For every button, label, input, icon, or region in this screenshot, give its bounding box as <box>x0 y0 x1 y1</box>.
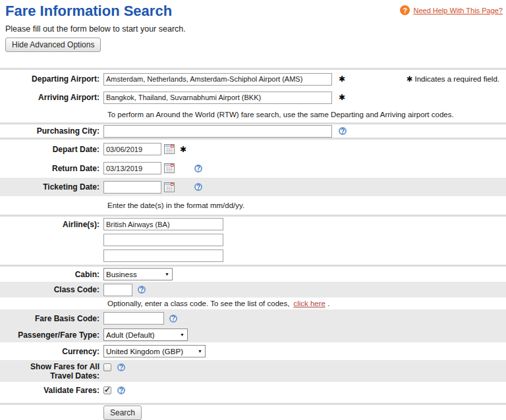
rtw-note: To perform an Around the World (RTW) far… <box>0 107 506 122</box>
form-row-cabin: Cabin: Business ▼ <box>0 267 506 282</box>
required-asterisk: ✱ <box>339 74 345 84</box>
airline-input-2[interactable] <box>103 234 223 246</box>
currency-select[interactable]: United Kingdom (GBP) <box>104 346 205 357</box>
form-row-validate-fares: Validate Fares: ? <box>0 382 506 403</box>
depart-date-label: Depart Date: <box>0 145 103 154</box>
form-row-passenger-fare-type: Passenger/Fare Type: Adult (Default) ▼ <box>0 327 506 342</box>
required-asterisk: ✱ <box>339 93 345 102</box>
cabin-label: Cabin: <box>0 270 103 279</box>
click-here-link[interactable]: click here <box>293 300 325 307</box>
date-format-note: Enter the date(s) in the format mm/dd/yy… <box>0 196 506 215</box>
form-row-depart-date: Depart Date: ✱ <box>0 140 506 159</box>
form-row-class-code: Class Code: ? <box>0 282 506 298</box>
purchasing-city-input[interactable] <box>103 125 332 138</box>
class-code-input[interactable] <box>103 284 132 296</box>
hide-advanced-options-button[interactable]: Hide Advanced Options <box>5 38 101 52</box>
arriving-airport-input[interactable] <box>103 92 332 104</box>
airline-input-1[interactable] <box>103 218 223 230</box>
validate-fares-label: Validate Fares: <box>0 382 103 395</box>
required-asterisk: ✱ <box>180 145 186 154</box>
passenger-fare-type-label: Passenger/Fare Type: <box>0 330 103 340</box>
depart-date-input[interactable] <box>103 143 161 155</box>
form-row-purchasing-city: Purchasing City: ? <box>0 124 506 138</box>
form-row-ticketing-date: Ticketing Date: ? <box>0 178 506 196</box>
purchasing-city-label: Purchasing City: <box>0 126 103 136</box>
required-field-note: ✱ Indicates a required field. <box>407 74 499 84</box>
need-help-link[interactable]: Need Help With This Page? <box>413 7 503 14</box>
return-date-label: Return Date: <box>0 164 103 173</box>
fare-basis-code-label: Fare Basis Code: <box>0 314 103 323</box>
arriving-airport-label: Arriving Airport: <box>0 93 103 102</box>
class-code-note-text: Optionally, enter a class code. To see t… <box>107 300 289 307</box>
validate-fares-checkbox[interactable] <box>103 386 111 394</box>
form-row-search: Search <box>0 405 506 420</box>
return-date-input[interactable] <box>103 162 161 174</box>
help-icon[interactable]: ? <box>194 165 202 172</box>
help-icon[interactable]: ? <box>138 286 146 294</box>
class-code-label: Class Code: <box>0 285 103 294</box>
form-row-airlines: Airline(s): <box>0 217 506 265</box>
help-icon[interactable]: ? <box>117 363 125 371</box>
departing-airport-label: Departing Airport: <box>0 74 103 84</box>
page-title: Fare Information Search <box>5 3 172 20</box>
form-row-fare-basis-code: Fare Basis Code: ? <box>0 309 506 327</box>
page-subtitle: Please fill out the form below to start … <box>5 24 186 34</box>
help-icon[interactable]: ? <box>339 127 347 135</box>
calendar-icon[interactable] <box>164 163 175 173</box>
fare-basis-code-input[interactable] <box>103 312 164 325</box>
form-row-arriving-airport: Arriving Airport: ✱ <box>0 88 506 107</box>
search-button[interactable]: Search <box>103 406 142 420</box>
calendar-icon[interactable] <box>164 144 175 154</box>
ticketing-date-input[interactable] <box>103 181 161 194</box>
help-question-icon[interactable]: ? <box>400 5 410 15</box>
form-row-departing-airport: Departing Airport: ✱ ✱ Indicates a requi… <box>0 70 506 88</box>
calendar-icon[interactable] <box>164 182 175 192</box>
page-help: ? Need Help With This Page? <box>400 5 503 15</box>
passenger-fare-type-select[interactable]: Adult (Default) <box>104 329 187 340</box>
airlines-label: Airline(s): <box>0 217 103 229</box>
currency-label: Currency: <box>0 347 103 356</box>
airline-input-3[interactable] <box>103 249 223 262</box>
help-icon[interactable]: ? <box>194 183 202 191</box>
show-fares-all-label: Show Fares for All Travel Dates: <box>0 360 103 381</box>
form-row-currency: Currency: United Kingdom (GBP) ▼ <box>0 342 506 360</box>
show-fares-all-checkbox[interactable] <box>103 363 111 371</box>
ticketing-date-label: Ticketing Date: <box>0 182 103 192</box>
departing-airport-input[interactable] <box>103 73 332 86</box>
help-icon[interactable]: ? <box>169 315 177 323</box>
form-row-return-date: Return Date: ? <box>0 159 506 178</box>
form-row-show-fares-all: Show Fares for All Travel Dates: ? <box>0 360 506 382</box>
page-header: Fare Information Search Please fill out … <box>0 0 506 68</box>
help-icon[interactable]: ? <box>117 386 125 394</box>
class-code-note: Optionally, enter a class code. To see t… <box>0 298 506 309</box>
cabin-select[interactable]: Business <box>104 269 172 280</box>
class-code-note-suffix: . <box>327 300 329 307</box>
